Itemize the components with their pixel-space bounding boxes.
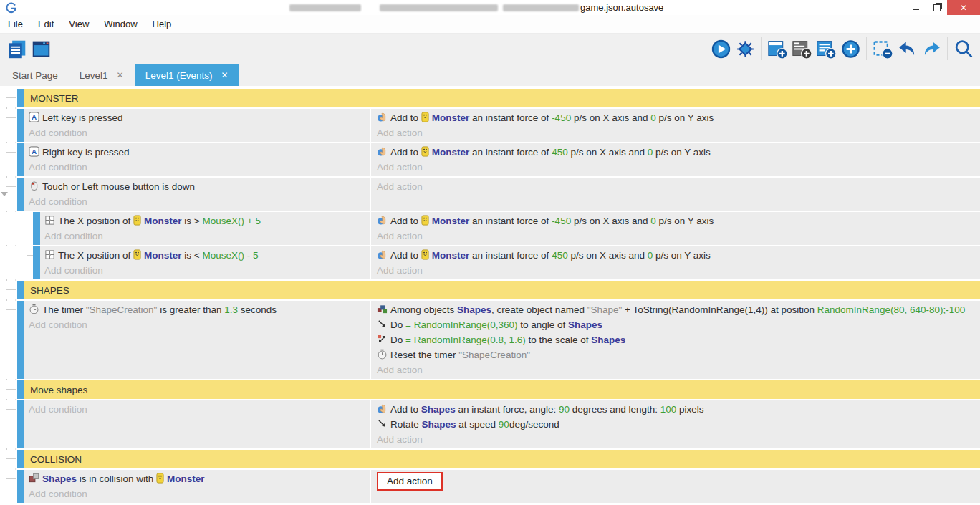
event-row: Touch or Left mouse button is downAdd co… [0, 178, 980, 211]
event-indent-bar [33, 246, 40, 279]
event-indent-bar [17, 143, 24, 176]
event-row: ARight key is pressedAdd conditionAdd to… [0, 143, 980, 176]
add-condition-button[interactable]: Add condition [29, 125, 370, 140]
event-row: Shapes is in collision with MonsterAdd c… [0, 470, 980, 503]
tree-stub [6, 478, 16, 479]
text-segment: 0 [650, 216, 656, 226]
add-action-button[interactable]: Add action [377, 229, 980, 244]
add-condition-button[interactable]: Add condition [29, 317, 370, 332]
text-segment: an instant force of [469, 112, 552, 123]
condition[interactable]: ARight key is pressed [29, 145, 370, 160]
action[interactable]: Add to Monster an instant force of 450 p… [377, 248, 980, 263]
tab-close-icon[interactable]: ✕ [117, 70, 124, 80]
text-segment: Add to [390, 147, 421, 158]
scene-editor-icon[interactable] [29, 36, 53, 62]
remove-selection-icon[interactable] [870, 36, 895, 62]
text-segment: pixels [676, 404, 703, 415]
add-comment-icon[interactable] [814, 36, 838, 62]
text-segment: 1.3 [224, 304, 238, 315]
tree-gutter [0, 400, 17, 448]
action[interactable]: Do = RandomInRange(0.8, 1.6) to the scal… [377, 332, 980, 347]
add-circle-icon[interactable] [838, 36, 863, 62]
add-condition-button[interactable]: Add condition [29, 194, 370, 209]
action[interactable]: Reset the timer "ShapeCreation" [377, 347, 980, 362]
event-group-header[interactable]: MONSTER [24, 89, 980, 107]
text-segment: Left key is pressed [42, 112, 123, 123]
action[interactable]: Among objects Shapes, create object name… [377, 302, 980, 317]
text-segment: Monster [144, 216, 182, 226]
project-manager-icon[interactable] [4, 36, 29, 62]
add-condition-button[interactable]: Add condition [44, 229, 370, 244]
event-group-header[interactable]: SHAPES [24, 281, 980, 299]
add-action-button[interactable]: Add action [377, 432, 980, 447]
search-icon[interactable] [951, 36, 976, 62]
tab-level1-events-[interactable]: Level1 (Events)✕ [135, 64, 239, 86]
add-condition-button[interactable]: Add condition [29, 486, 370, 501]
undo-icon[interactable] [895, 36, 919, 62]
menu-item-view[interactable]: View [67, 17, 90, 31]
minimize-button[interactable] [905, 0, 926, 15]
action[interactable]: Add to Shapes an instant force, angle: 9… [377, 402, 980, 417]
event-group-header[interactable]: Move shapes [24, 380, 980, 399]
text-segment: p/s on Y axis [656, 112, 714, 123]
text-segment: is in collision with [77, 473, 156, 484]
text-segment: The timer [42, 304, 86, 315]
redacted-title-text [503, 4, 579, 11]
text-segment: Reset the timer [390, 350, 458, 360]
condition[interactable]: Shapes is in collision with Monster [29, 471, 370, 486]
debugger-icon[interactable] [733, 36, 757, 62]
redacted-title-text [289, 4, 361, 11]
tab-level1[interactable]: Level1✕ [69, 64, 135, 86]
action[interactable]: Do = RandomInRange(0,360) to angle of Sh… [377, 317, 980, 332]
event-group-header[interactable]: COLLISION [24, 450, 980, 468]
menu-item-help[interactable]: Help [151, 17, 173, 31]
close-button[interactable]: ✕ [947, 0, 980, 15]
event-group-row: COLLISION [0, 450, 980, 468]
menu-item-window[interactable]: Window [102, 17, 138, 31]
action[interactable]: Add to Monster an instant force of 450 p… [377, 145, 980, 160]
event-indent-bar [17, 380, 24, 399]
maximize-button[interactable] [926, 0, 947, 15]
add-action-button[interactable]: Add action [377, 179, 980, 194]
toolbar-separator [57, 37, 57, 60]
text-segment: Shapes [421, 404, 456, 415]
play-icon[interactable] [708, 36, 733, 62]
event-indent-bar [17, 470, 24, 503]
action[interactable]: Add to Monster an instant force of -450 … [377, 213, 980, 229]
add-action-button[interactable]: Add action [377, 263, 980, 278]
condition[interactable]: ALeft key is pressed [29, 110, 370, 125]
redo-icon[interactable] [919, 36, 943, 62]
collapse-arrow-icon[interactable] [1, 192, 8, 196]
add-subevent-icon[interactable] [789, 36, 814, 62]
add-action-button[interactable]: Add action [377, 160, 980, 175]
text-segment: an instant force, angle: [456, 404, 559, 415]
timer-icon [29, 304, 39, 314]
conditions-cell: Add condition [24, 400, 370, 448]
text-segment: Do [390, 335, 405, 345]
condition[interactable]: The timer "ShapeCreation" is greater tha… [29, 302, 370, 317]
action[interactable]: Add to Monster an instant force of -450 … [377, 110, 980, 125]
toolbar-separator [761, 37, 762, 60]
tab-start-page[interactable]: Start Page [1, 64, 69, 86]
menu-item-file[interactable]: File [6, 17, 24, 31]
add-action-button[interactable]: Add action [377, 362, 980, 377]
condition[interactable]: The X position of Monster is < MouseX() … [44, 248, 370, 263]
condition[interactable]: Touch or Left mouse button is down [29, 179, 370, 194]
add-action-button[interactable]: Add action [377, 125, 980, 140]
add-condition-button[interactable]: Add condition [29, 160, 370, 175]
add-condition-button[interactable]: Add condition [29, 402, 370, 417]
tab-close-icon[interactable]: ✕ [221, 70, 228, 80]
menu-item-edit[interactable]: Edit [37, 17, 55, 31]
add-action-button[interactable]: Add action [377, 472, 443, 491]
monster-icon [133, 249, 141, 260]
text-segment: deg/second [509, 419, 559, 430]
text-segment: Add to [390, 404, 421, 415]
add-condition-button[interactable]: Add condition [44, 263, 370, 278]
angle-icon [377, 319, 388, 330]
condition[interactable]: The X position of Monster is > MouseX() … [44, 213, 370, 229]
action[interactable]: Rotate Shapes at speed 90deg/second [377, 417, 980, 432]
window-title: game.json.autosave [580, 2, 663, 13]
tree-gutter [0, 301, 17, 379]
text-segment: "ShapeCreation" [86, 304, 158, 315]
add-event-icon[interactable] [765, 36, 789, 62]
